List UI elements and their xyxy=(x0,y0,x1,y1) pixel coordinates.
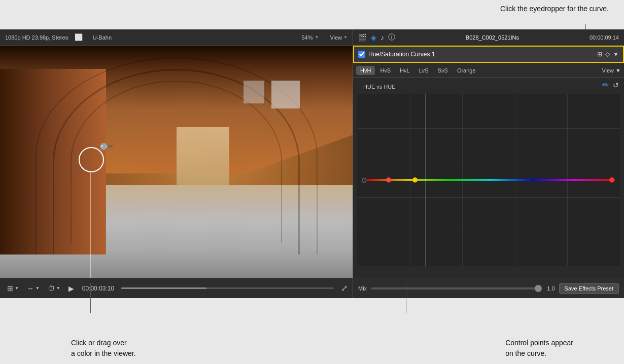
eyedropper-curve-button[interactable]: ✏ xyxy=(602,80,609,90)
effect-chevron-button[interactable]: ▼ xyxy=(613,51,619,58)
progress-bar[interactable] xyxy=(121,287,334,289)
annotation-top: Click the eyedropper for the curve. xyxy=(500,4,609,14)
save-preset-button[interactable]: Save Effects Preset xyxy=(559,283,619,294)
video-info-text: 1080p HD 23.98p, Stereo xyxy=(5,34,68,41)
mix-slider-thumb[interactable] xyxy=(535,285,542,292)
effect-enable-checkbox[interactable] xyxy=(358,51,365,58)
view-button[interactable]: View ▼ xyxy=(330,34,348,41)
app-window: 1080p HD 23.98p, Stereo ⬜ U-Bahn 54% ▼ V… xyxy=(0,29,624,298)
poster-2 xyxy=(244,81,265,104)
control-point-yellow[interactable] xyxy=(412,177,418,183)
annotation-top-text: Click the eyedropper for the curve. xyxy=(500,5,609,13)
curve-section: HUE vs HUE ✏ ↺ xyxy=(353,78,624,278)
inspector-panel: 🎬 ◈ ♪ ⓘ B028_C002_0521INs 00:00:09:14 Hu… xyxy=(353,29,624,298)
speed-button[interactable]: ⏱ ▼ xyxy=(46,283,62,294)
timecode-display: 00:00:03:10 xyxy=(82,285,114,292)
curve-tabs-bar: HvH HvS HvL LvS SvS Orange View ▼ xyxy=(353,63,624,78)
mix-slider-container xyxy=(371,287,538,289)
grid-line-h2 xyxy=(357,163,620,163)
grid-line-h1 xyxy=(357,128,620,129)
grid-line-h3 xyxy=(357,197,620,198)
control-point-red[interactable] xyxy=(386,177,391,183)
tab-lvs[interactable]: LvS xyxy=(415,66,433,75)
view-options-arrow: ▼ xyxy=(15,286,19,290)
inspector-icon-group: 🎬 ◈ ♪ ⓘ xyxy=(358,33,395,42)
viewer-panel: 1080p HD 23.98p, Stereo ⬜ U-Bahn 54% ▼ V… xyxy=(0,29,353,298)
color-inspector-icon[interactable]: ◈ xyxy=(371,33,376,42)
playback-controls: ⊞ ▼ ↔ ▼ ⏱ ▼ ▶ 00:00:03:10 ⤢ xyxy=(0,278,353,298)
annotation-line-left xyxy=(90,283,91,313)
tab-hvl[interactable]: HvL xyxy=(396,66,414,75)
play-button[interactable]: ▶ xyxy=(66,283,76,294)
curve-control-line xyxy=(425,94,426,266)
viewer-toolbar: 1080p HD 23.98p, Stereo ⬜ U-Bahn 54% ▼ V… xyxy=(0,29,353,46)
mix-section: Mix 1.0 Save Effects Preset xyxy=(353,278,624,298)
corridor-light xyxy=(177,127,229,185)
zoom-control[interactable]: 54% ▼ xyxy=(301,34,319,41)
clip-tools-button[interactable]: ↔ ▼ xyxy=(25,283,42,294)
vertical-tracking-line xyxy=(90,172,91,278)
fullscreen-button[interactable]: ⤢ xyxy=(341,283,348,293)
effect-options-button[interactable]: ◇ xyxy=(605,51,610,58)
hue-gradient-line xyxy=(367,179,615,181)
effect-controls-group: ⊞ ◇ ▼ xyxy=(597,51,619,58)
clip-name-label: U-Bahn xyxy=(93,34,112,41)
tab-hvs[interactable]: HvS xyxy=(376,66,395,75)
mix-value: 1.0 xyxy=(542,285,555,292)
annotation-line-right xyxy=(406,283,406,313)
info-inspector-icon[interactable]: ⓘ xyxy=(388,33,395,42)
mix-label: Mix xyxy=(358,285,367,292)
poster-1 xyxy=(271,81,300,108)
hue-curve-area[interactable]: ⊙ xyxy=(357,94,620,266)
control-point-right[interactable] xyxy=(609,177,614,183)
tab-orange[interactable]: Orange xyxy=(453,66,480,75)
curve-label: HUE vs HUE xyxy=(358,81,401,90)
video-frame: 🔍 xyxy=(0,46,353,278)
speed-arrow: ▼ xyxy=(56,286,60,290)
view-label: View xyxy=(330,34,342,41)
film-strip-icon: ⬜ xyxy=(75,33,83,41)
effect-copy-button[interactable]: ⊞ xyxy=(597,51,602,58)
target-icon: ⊙ xyxy=(361,176,367,184)
tab-hvh[interactable]: HvH xyxy=(356,66,375,75)
progress-fill xyxy=(121,287,206,289)
inspector-top-bar: 🎬 ◈ ♪ ⓘ B028_C002_0521INs 00:00:09:14 xyxy=(353,29,624,46)
tab-svs[interactable]: SvS xyxy=(434,66,452,75)
view-dropdown-icon: ▼ xyxy=(343,35,348,40)
audio-inspector-icon[interactable]: ♪ xyxy=(380,33,384,42)
eyedropper-circle xyxy=(79,147,104,172)
film-inspector-icon[interactable]: 🎬 xyxy=(358,33,367,42)
inspector-clip-name: B028_C002_0521INs xyxy=(399,34,585,41)
clip-tools-arrow: ▼ xyxy=(36,286,40,290)
zoom-value: 54% xyxy=(301,34,313,41)
effect-header: Hue/Saturation Curves 1 ⊞ ◇ ▼ xyxy=(353,46,624,63)
view-options-button[interactable]: ⊞ ▼ xyxy=(5,283,21,294)
mix-slider[interactable] xyxy=(371,287,538,289)
reset-curve-button[interactable]: ↺ xyxy=(613,80,619,90)
curve-view-button[interactable]: View ▼ xyxy=(602,67,621,74)
video-viewer: 🔍 xyxy=(0,46,353,278)
effect-name-label: Hue/Saturation Curves 1 xyxy=(368,51,594,58)
zoom-dropdown-icon: ▼ xyxy=(315,35,319,40)
grid-line-h4 xyxy=(357,232,620,232)
inspector-timecode: 00:00:09:14 xyxy=(590,34,619,41)
